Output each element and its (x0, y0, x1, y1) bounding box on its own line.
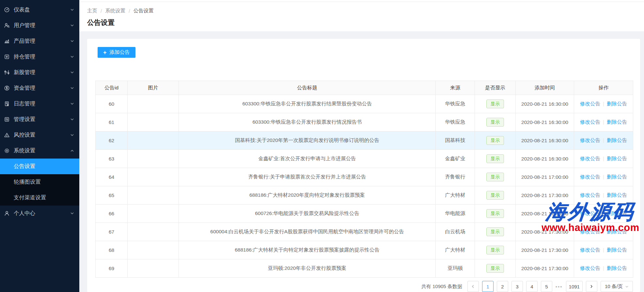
cell-id: 65 (96, 186, 128, 205)
sidebar-subitem-payment-channel-settings[interactable]: 支付渠道设置 (0, 190, 79, 206)
user-search-icon (4, 23, 10, 28)
cell-time: 2020-08-21 17:30:00 (516, 186, 574, 205)
add-announcement-button[interactable]: + 添加公告 (98, 47, 135, 58)
pagination-bar: 共有 10905 条数据 1 2 3 4 5 ••• 1091 10 条/页 (95, 281, 633, 292)
sidebar-item-personal-center[interactable]: 个人中心 (0, 206, 79, 221)
table-row: 61 603300:华铁应急非公开发行股票发行情况报告书 华铁应急 显示 202… (96, 113, 633, 131)
cell-id: 69 (96, 259, 128, 278)
sidebar-item-new-stock[interactable]: 新股管理 (0, 65, 79, 80)
status-badge: 显示 (486, 209, 504, 218)
action-divider: | (600, 174, 607, 179)
pagination-ellipsis[interactable]: ••• (556, 284, 563, 289)
delete-announcement-link[interactable]: 删除公告 (607, 229, 627, 234)
action-divider: | (600, 156, 607, 161)
cell-time: 2020-08-21 17:30:00 (516, 223, 574, 241)
action-divider: | (600, 101, 607, 106)
delete-announcement-link[interactable]: 删除公告 (607, 137, 627, 143)
page-button-3[interactable]: 3 (511, 281, 523, 292)
edit-announcement-link[interactable]: 修改公告 (580, 119, 600, 125)
edit-announcement-link[interactable]: 修改公告 (580, 156, 600, 161)
page-button-4[interactable]: 4 (526, 281, 538, 292)
sidebar-item-logs[interactable]: 日志管理 (0, 96, 79, 112)
edit-announcement-link[interactable]: 修改公告 (580, 137, 600, 143)
content-area: + 添加公告 公告id 图片 公告标题 来源 是否显示 添加时间 (79, 31, 644, 292)
cell-time: 2020-08-21 17:30:00 (516, 205, 574, 223)
cell-time: 2020-08-21 16:30:00 (516, 113, 574, 131)
cell-actions: 修改公告|删除公告 (574, 113, 633, 131)
cell-id: 64 (96, 168, 128, 186)
cell-source: 华铁应急 (436, 95, 475, 113)
col-header-time: 添加时间 (516, 81, 574, 95)
edit-announcement-link[interactable]: 修改公告 (580, 210, 600, 216)
cell-image (128, 205, 179, 223)
sidebar-item-risk-settings[interactable]: 风控设置 (0, 127, 79, 143)
page-button-2[interactable]: 2 (497, 281, 508, 292)
sidebar-subitem-label: 公告设置 (14, 163, 35, 170)
edit-announcement-link[interactable]: 修改公告 (580, 174, 600, 179)
cell-source: 广大特材 (436, 186, 475, 205)
sidebar-item-dashboard[interactable]: 仪表盘 (0, 2, 79, 18)
col-header-title: 公告标题 (179, 81, 436, 95)
page-button-last[interactable]: 1091 (566, 281, 583, 292)
cell-image (128, 223, 179, 241)
status-badge: 显示 (486, 191, 504, 200)
page-button-5[interactable]: 5 (541, 281, 552, 292)
plus-icon: + (103, 50, 107, 55)
sidebar-item-label: 持仓管理 (14, 53, 35, 60)
chevron-down-icon (70, 133, 74, 137)
col-header-id: 公告id (96, 81, 128, 95)
edit-announcement-link[interactable]: 修改公告 (580, 192, 600, 198)
warning-triangle-icon (4, 132, 10, 138)
next-page-button[interactable] (586, 281, 597, 292)
sidebar-subitem-carousel-settings[interactable]: 轮播图设置 (0, 174, 79, 190)
col-header-source: 来源 (436, 81, 475, 95)
cell-title: 600726:华电能源关于股票交易风险提示性公告 (179, 205, 436, 223)
edit-announcement-link[interactable]: 修改公告 (580, 101, 600, 106)
table-header-row: 公告id 图片 公告标题 来源 是否显示 添加时间 操作 (96, 81, 633, 95)
sidebar-item-label: 管理设置 (14, 116, 35, 123)
status-badge: 显示 (486, 227, 504, 236)
person-icon (4, 210, 10, 216)
prev-page-button[interactable] (467, 281, 479, 292)
sidebar-item-admin-settings[interactable]: 管理设置 (0, 112, 79, 127)
cell-title: 国基科技:关于2020年第一次股票定向发行说明书修订说明的公告 (179, 131, 436, 150)
sidebar-item-positions[interactable]: 持仓管理 (0, 49, 79, 65)
breadcrumb-system-settings[interactable]: 系统设置 (105, 8, 125, 14)
breadcrumb-home[interactable]: 主页 (87, 8, 97, 14)
sidebar-item-system-settings[interactable]: 系统设置 (0, 143, 79, 159)
cell-title: 688186:广大特材关于向特定对象发行股票预案披露的提示性公告 (179, 241, 436, 259)
main-area: 主页 / 系统设置 / 公告设置 公告设置 + 添加公告 公告id (79, 0, 644, 292)
cell-image (128, 113, 179, 131)
edit-announcement-link[interactable]: 修改公告 (580, 229, 600, 234)
edit-announcement-link[interactable]: 修改公告 (580, 265, 600, 271)
col-header-image: 图片 (128, 81, 179, 95)
sidebar-subitem-announcement-settings[interactable]: 公告设置 (0, 159, 79, 174)
delete-announcement-link[interactable]: 删除公告 (607, 192, 627, 198)
delete-announcement-link[interactable]: 删除公告 (607, 174, 627, 179)
status-badge: 显示 (486, 264, 504, 273)
page-size-value: 10 条/页 (605, 284, 623, 290)
cell-time: 2020-08-21 16:30:00 (516, 95, 574, 113)
sidebar-item-users[interactable]: 用户管理 (0, 18, 79, 33)
edit-announcement-link[interactable]: 修改公告 (580, 247, 600, 253)
cell-actions: 修改公告|删除公告 (574, 241, 633, 259)
delete-announcement-link[interactable]: 删除公告 (607, 119, 627, 125)
page-button-1[interactable]: 1 (482, 281, 494, 292)
cell-source: 华电能源 (436, 205, 475, 223)
cell-image (128, 95, 179, 113)
cell-visible: 显示 (475, 223, 516, 241)
cell-visible: 显示 (475, 131, 516, 150)
delete-announcement-link[interactable]: 删除公告 (607, 210, 627, 216)
delete-announcement-link[interactable]: 删除公告 (607, 247, 627, 253)
delete-announcement-link[interactable]: 删除公告 (607, 101, 627, 106)
delete-announcement-link[interactable]: 删除公告 (607, 156, 627, 161)
page-size-select[interactable]: 10 条/页 (601, 281, 633, 292)
status-badge: 显示 (486, 136, 504, 145)
delete-announcement-link[interactable]: 删除公告 (607, 265, 627, 271)
pagination-total: 共有 10905 条数据 (421, 284, 462, 290)
sidebar-item-products[interactable]: 产品管理 (0, 33, 79, 49)
cell-image (128, 186, 179, 205)
sidebar-item-label: 仪表盘 (14, 6, 30, 13)
sidebar-item-funds[interactable]: 资金管理 (0, 80, 79, 96)
chevron-down-icon (70, 86, 74, 90)
